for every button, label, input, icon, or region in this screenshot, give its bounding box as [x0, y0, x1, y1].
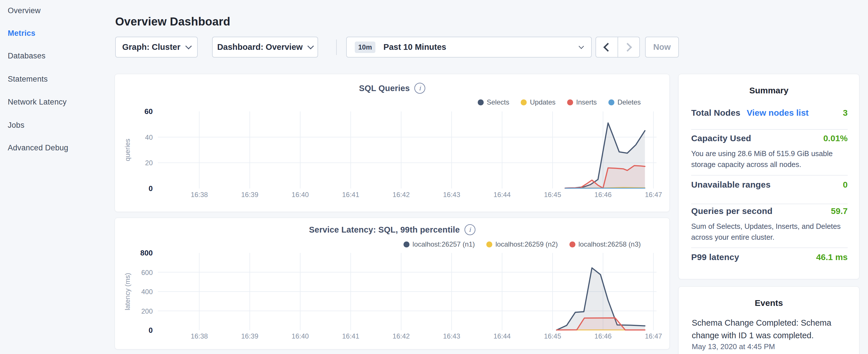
y-tick-label: 600 [141, 269, 153, 277]
x-tick-label: 16:42 [393, 191, 410, 198]
sidebar-item-advanced-debug[interactable]: Advanced Debug [8, 143, 68, 152]
chevron-right-icon [623, 43, 632, 52]
x-tick-label: 16:45 [544, 332, 561, 340]
graph-source-dropdown[interactable]: Graph: Cluster [115, 37, 198, 58]
time-pager [595, 37, 640, 58]
app-window: Overview Metrics Databases Statements Ne… [0, 0, 868, 354]
x-tick-label: 16:43 [443, 191, 460, 198]
summary-panel: Summary Total Nodes View nodes list 3 Ca… [678, 74, 859, 279]
view-nodes-list-link[interactable]: View nodes list [747, 108, 809, 118]
summary-row-value: 3 [843, 108, 848, 118]
summary-row-label: P99 latency [691, 252, 739, 262]
sidebar: Overview Metrics Databases Statements Ne… [0, 0, 115, 354]
chevron-left-icon [603, 43, 612, 52]
summary-row-label: Total Nodes [691, 108, 741, 118]
summary-row-total-nodes: Total Nodes View nodes list 3 [691, 108, 848, 118]
x-tick-label: 16:42 [393, 332, 410, 340]
chevron-down-icon [579, 43, 584, 49]
time-back-button[interactable] [596, 37, 618, 57]
summary-row-description: You are using 28.6 MiB of 515.9 GiB usab… [691, 148, 843, 170]
sidebar-item-databases[interactable]: Databases [8, 52, 45, 60]
y-axis-label: latency (ms) [124, 273, 131, 311]
chevron-down-icon [185, 43, 192, 49]
dashboard-dropdown-label: Dashboard: Overview [217, 42, 303, 52]
sidebar-item-metrics[interactable]: Metrics [8, 29, 35, 38]
divider [691, 248, 848, 248]
sql-queries-chart-card: SQL Queries SelectsUpdatesInsertsDeletes… [115, 74, 670, 212]
summary-row-capacity-used: Capacity Used 0.01% [691, 133, 848, 143]
x-tick-label: 16:47 [645, 332, 662, 340]
y-tick-label: 0 [149, 184, 153, 193]
y-axis-label: queries [124, 139, 131, 161]
x-tick-label: 16:47 [645, 191, 662, 198]
toolbar-divider [336, 39, 337, 55]
y-tick-label: 0 [149, 326, 153, 334]
service-latency-chart[interactable]: 16:3816:3916:4016:4116:4216:4316:4416:45… [115, 218, 670, 350]
time-range-badge: 10m [355, 41, 375, 53]
x-tick-label: 16:44 [493, 332, 510, 340]
summary-row-p99-latency: P99 latency 46.1 ms [691, 252, 848, 262]
sidebar-item-statements[interactable]: Statements [8, 75, 48, 84]
dashboard-dropdown[interactable]: Dashboard: Overview [212, 37, 318, 58]
x-tick-label: 16:40 [292, 191, 309, 198]
summary-row-label: Unavailable ranges [691, 180, 771, 190]
summary-row-unavailable-ranges: Unavailable ranges 0 [691, 180, 848, 190]
divider [691, 175, 848, 175]
summary-row-description: Sum of Selects, Updates, Inserts, and De… [691, 221, 843, 243]
page-title: Overview Dashboard [115, 15, 230, 28]
sidebar-item-overview[interactable]: Overview [8, 6, 41, 15]
divider [691, 129, 848, 130]
summary-row-label: Capacity Used [691, 133, 751, 143]
sidebar-item-network-latency[interactable]: Network Latency [8, 98, 67, 106]
service-latency-chart-card: Service Latency: SQL, 99th percentile lo… [115, 218, 670, 349]
summary-row-value: 46.1 ms [816, 252, 848, 262]
y-tick-label: 40 [145, 133, 153, 141]
sql-queries-chart[interactable]: 16:3816:3916:4016:4116:4216:4316:4416:45… [115, 74, 670, 212]
x-tick-label: 16:38 [191, 332, 208, 340]
x-tick-label: 16:39 [241, 191, 258, 198]
x-tick-label: 16:41 [342, 332, 359, 340]
x-tick-label: 16:44 [493, 191, 510, 198]
y-tick-label: 60 [145, 107, 153, 116]
x-tick-label: 16:38 [191, 191, 208, 198]
time-range-dropdown[interactable]: 10m Past 10 Minutes [346, 37, 592, 58]
summary-row-value: 59.7 [831, 206, 848, 216]
y-tick-label: 200 [141, 307, 153, 315]
time-forward-button[interactable] [618, 37, 640, 57]
x-tick-label: 16:45 [544, 191, 561, 198]
divider [691, 204, 848, 204]
x-tick-label: 16:46 [594, 191, 612, 198]
main-content: Overview Dashboard Graph: Cluster Dashbo… [115, 0, 868, 354]
summary-title: Summary [679, 86, 859, 95]
summary-row-queries-per-second: Queries per second 59.7 [691, 206, 848, 216]
x-tick-label: 16:46 [594, 332, 612, 340]
x-tick-label: 16:39 [241, 332, 258, 340]
summary-row-label: Queries per second [691, 206, 773, 216]
y-tick-label: 800 [141, 249, 153, 257]
y-tick-label: 20 [145, 159, 153, 167]
summary-row-value: 0 [843, 180, 848, 190]
summary-row-value: 0.01% [823, 133, 848, 143]
x-tick-label: 16:40 [292, 332, 309, 340]
graph-source-dropdown-label: Graph: Cluster [122, 42, 180, 52]
events-panel: Events Schema Change Completed: Schema c… [678, 286, 859, 354]
event-timestamp: May 13, 2020 at 4:45 PM [692, 342, 845, 351]
events-title: Events [679, 298, 859, 308]
now-button[interactable]: Now [645, 37, 679, 58]
x-tick-label: 16:43 [443, 332, 460, 340]
x-tick-label: 16:41 [342, 191, 359, 198]
sidebar-item-jobs[interactable]: Jobs [8, 121, 24, 130]
event-message[interactable]: Schema Change Completed: Schema change w… [692, 317, 845, 342]
y-tick-label: 400 [141, 288, 153, 296]
time-range-label: Past 10 Minutes [383, 42, 580, 52]
chevron-down-icon [308, 43, 314, 49]
